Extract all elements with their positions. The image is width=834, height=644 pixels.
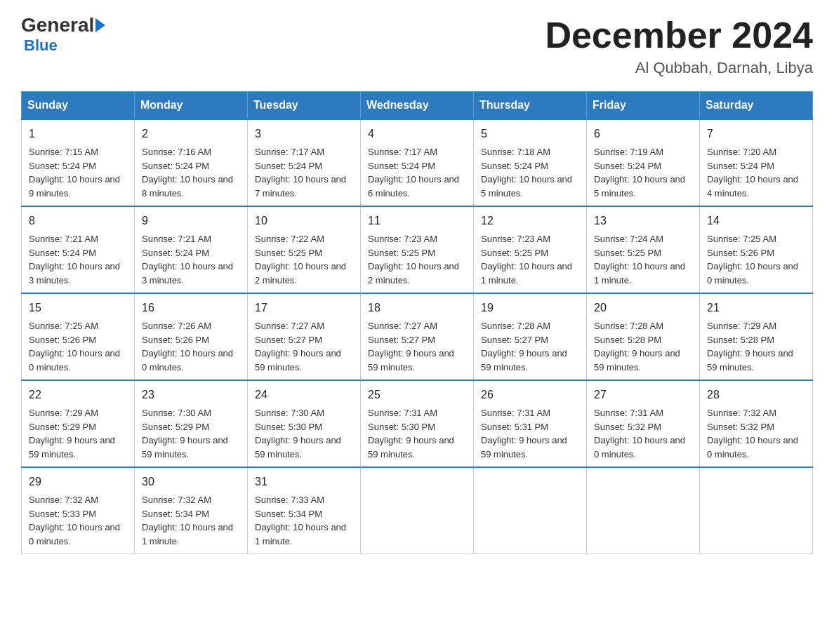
- calendar-week-row: 22 Sunrise: 7:29 AMSunset: 5:29 PMDaylig…: [22, 380, 813, 467]
- calendar-cell: 20 Sunrise: 7:28 AMSunset: 5:28 PMDaylig…: [587, 293, 700, 380]
- day-number: 17: [255, 300, 353, 316]
- day-info: Sunrise: 7:30 AMSunset: 5:30 PMDaylight:…: [255, 406, 353, 461]
- calendar-cell: 22 Sunrise: 7:29 AMSunset: 5:29 PMDaylig…: [22, 380, 135, 467]
- day-number: 18: [368, 300, 466, 316]
- day-number: 7: [707, 126, 805, 142]
- calendar-cell: 1 Sunrise: 7:15 AMSunset: 5:24 PMDayligh…: [22, 119, 135, 206]
- day-number: 14: [707, 213, 805, 229]
- calendar-cell: 27 Sunrise: 7:31 AMSunset: 5:32 PMDaylig…: [587, 380, 700, 467]
- day-info: Sunrise: 7:27 AMSunset: 5:27 PMDaylight:…: [368, 319, 466, 374]
- day-info: Sunrise: 7:23 AMSunset: 5:25 PMDaylight:…: [368, 232, 466, 287]
- calendar-cell: 6 Sunrise: 7:19 AMSunset: 5:24 PMDayligh…: [587, 119, 700, 206]
- calendar-cell: 25 Sunrise: 7:31 AMSunset: 5:30 PMDaylig…: [361, 380, 474, 467]
- weekday-header-friday: Friday: [587, 92, 700, 120]
- weekday-header-thursday: Thursday: [474, 92, 587, 120]
- calendar-week-row: 15 Sunrise: 7:25 AMSunset: 5:26 PMDaylig…: [22, 293, 813, 380]
- calendar-cell: 15 Sunrise: 7:25 AMSunset: 5:26 PMDaylig…: [22, 293, 135, 380]
- day-number: 11: [368, 213, 466, 229]
- calendar-cell: [474, 467, 587, 554]
- day-number: 12: [481, 213, 579, 229]
- weekday-header-row: SundayMondayTuesdayWednesdayThursdayFrid…: [22, 92, 813, 120]
- day-info: Sunrise: 7:17 AMSunset: 5:24 PMDaylight:…: [255, 145, 353, 200]
- calendar-cell: 29 Sunrise: 7:32 AMSunset: 5:33 PMDaylig…: [22, 467, 135, 554]
- calendar-cell: 13 Sunrise: 7:24 AMSunset: 5:25 PMDaylig…: [587, 206, 700, 293]
- logo-blue: Blue: [24, 36, 58, 55]
- calendar-cell: [700, 467, 813, 554]
- day-info: Sunrise: 7:32 AMSunset: 5:34 PMDaylight:…: [142, 493, 240, 548]
- day-info: Sunrise: 7:32 AMSunset: 5:33 PMDaylight:…: [29, 493, 127, 548]
- day-info: Sunrise: 7:17 AMSunset: 5:24 PMDaylight:…: [368, 145, 466, 200]
- day-number: 28: [707, 387, 805, 403]
- calendar-cell: [361, 467, 474, 554]
- calendar-week-row: 29 Sunrise: 7:32 AMSunset: 5:33 PMDaylig…: [22, 467, 813, 554]
- calendar-cell: 17 Sunrise: 7:27 AMSunset: 5:27 PMDaylig…: [248, 293, 361, 380]
- location-subtitle: Al Qubbah, Darnah, Libya: [545, 59, 813, 77]
- day-info: Sunrise: 7:23 AMSunset: 5:25 PMDaylight:…: [481, 232, 579, 287]
- day-info: Sunrise: 7:31 AMSunset: 5:31 PMDaylight:…: [481, 406, 579, 461]
- calendar-cell: 24 Sunrise: 7:30 AMSunset: 5:30 PMDaylig…: [248, 380, 361, 467]
- calendar-cell: 26 Sunrise: 7:31 AMSunset: 5:31 PMDaylig…: [474, 380, 587, 467]
- day-number: 22: [29, 387, 127, 403]
- calendar-cell: 8 Sunrise: 7:21 AMSunset: 5:24 PMDayligh…: [22, 206, 135, 293]
- day-info: Sunrise: 7:28 AMSunset: 5:28 PMDaylight:…: [594, 319, 692, 374]
- day-info: Sunrise: 7:24 AMSunset: 5:25 PMDaylight:…: [594, 232, 692, 287]
- calendar-cell: 3 Sunrise: 7:17 AMSunset: 5:24 PMDayligh…: [248, 119, 361, 206]
- day-info: Sunrise: 7:27 AMSunset: 5:27 PMDaylight:…: [255, 319, 353, 374]
- calendar-cell: 30 Sunrise: 7:32 AMSunset: 5:34 PMDaylig…: [135, 467, 248, 554]
- day-number: 3: [255, 126, 353, 142]
- calendar-cell: 28 Sunrise: 7:32 AMSunset: 5:32 PMDaylig…: [700, 380, 813, 467]
- day-info: Sunrise: 7:16 AMSunset: 5:24 PMDaylight:…: [142, 145, 240, 200]
- calendar-cell: 14 Sunrise: 7:25 AMSunset: 5:26 PMDaylig…: [700, 206, 813, 293]
- day-info: Sunrise: 7:25 AMSunset: 5:26 PMDaylight:…: [29, 319, 127, 374]
- weekday-header-monday: Monday: [135, 92, 248, 120]
- day-number: 29: [29, 474, 127, 490]
- day-info: Sunrise: 7:29 AMSunset: 5:29 PMDaylight:…: [29, 406, 127, 461]
- day-info: Sunrise: 7:15 AMSunset: 5:24 PMDaylight:…: [29, 145, 127, 200]
- day-number: 8: [29, 213, 127, 229]
- day-number: 24: [255, 387, 353, 403]
- day-number: 26: [481, 387, 579, 403]
- calendar-cell: 16 Sunrise: 7:26 AMSunset: 5:26 PMDaylig…: [135, 293, 248, 380]
- day-info: Sunrise: 7:19 AMSunset: 5:24 PMDaylight:…: [594, 145, 692, 200]
- day-info: Sunrise: 7:31 AMSunset: 5:30 PMDaylight:…: [368, 406, 466, 461]
- calendar-table: SundayMondayTuesdayWednesdayThursdayFrid…: [21, 91, 813, 554]
- day-number: 31: [255, 474, 353, 490]
- logo-arrow-icon: [95, 18, 105, 32]
- day-number: 20: [594, 300, 692, 316]
- calendar-cell: [587, 467, 700, 554]
- day-info: Sunrise: 7:21 AMSunset: 5:24 PMDaylight:…: [142, 232, 240, 287]
- day-number: 1: [29, 126, 127, 142]
- calendar-cell: 21 Sunrise: 7:29 AMSunset: 5:28 PMDaylig…: [700, 293, 813, 380]
- weekday-header-tuesday: Tuesday: [248, 92, 361, 120]
- day-number: 27: [594, 387, 692, 403]
- calendar-cell: 7 Sunrise: 7:20 AMSunset: 5:24 PMDayligh…: [700, 119, 813, 206]
- calendar-cell: 10 Sunrise: 7:22 AMSunset: 5:25 PMDaylig…: [248, 206, 361, 293]
- calendar-cell: 5 Sunrise: 7:18 AMSunset: 5:24 PMDayligh…: [474, 119, 587, 206]
- calendar-cell: 11 Sunrise: 7:23 AMSunset: 5:25 PMDaylig…: [361, 206, 474, 293]
- page-header: General Blue December 2024 Al Qubbah, Da…: [21, 14, 813, 77]
- calendar-cell: 12 Sunrise: 7:23 AMSunset: 5:25 PMDaylig…: [474, 206, 587, 293]
- day-info: Sunrise: 7:31 AMSunset: 5:32 PMDaylight:…: [594, 406, 692, 461]
- day-number: 13: [594, 213, 692, 229]
- weekday-header-wednesday: Wednesday: [361, 92, 474, 120]
- day-info: Sunrise: 7:30 AMSunset: 5:29 PMDaylight:…: [142, 406, 240, 461]
- day-number: 5: [481, 126, 579, 142]
- day-info: Sunrise: 7:26 AMSunset: 5:26 PMDaylight:…: [142, 319, 240, 374]
- calendar-cell: 9 Sunrise: 7:21 AMSunset: 5:24 PMDayligh…: [135, 206, 248, 293]
- calendar-week-row: 1 Sunrise: 7:15 AMSunset: 5:24 PMDayligh…: [22, 119, 813, 206]
- day-number: 2: [142, 126, 240, 142]
- weekday-header-saturday: Saturday: [700, 92, 813, 120]
- day-number: 9: [142, 213, 240, 229]
- day-info: Sunrise: 7:21 AMSunset: 5:24 PMDaylight:…: [29, 232, 127, 287]
- day-info: Sunrise: 7:32 AMSunset: 5:32 PMDaylight:…: [707, 406, 805, 461]
- day-number: 30: [142, 474, 240, 490]
- title-block: December 2024 Al Qubbah, Darnah, Libya: [545, 14, 813, 77]
- day-number: 4: [368, 126, 466, 142]
- day-number: 16: [142, 300, 240, 316]
- day-info: Sunrise: 7:18 AMSunset: 5:24 PMDaylight:…: [481, 145, 579, 200]
- calendar-cell: 23 Sunrise: 7:30 AMSunset: 5:29 PMDaylig…: [135, 380, 248, 467]
- day-number: 21: [707, 300, 805, 316]
- day-number: 10: [255, 213, 353, 229]
- day-number: 23: [142, 387, 240, 403]
- day-number: 15: [29, 300, 127, 316]
